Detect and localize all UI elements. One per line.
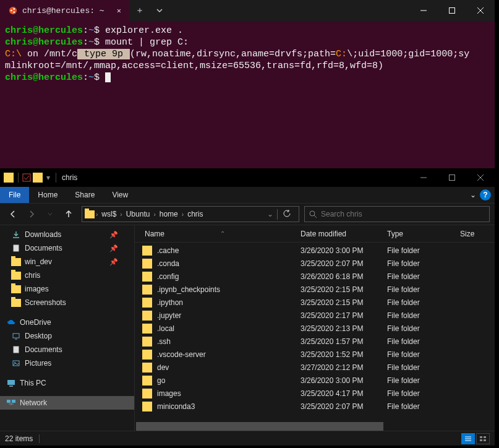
tree-item-thispc[interactable]: This PC (0, 376, 134, 390)
file-row[interactable]: .ssh3/25/2020 1:57 PMFile folder (135, 335, 495, 348)
back-button[interactable] (5, 206, 21, 222)
file-row[interactable]: .ipython3/25/2020 2:15 PMFile folder (135, 296, 495, 309)
file-row[interactable]: .jupyter3/25/2020 2:17 PMFile folder (135, 309, 495, 322)
prompt-user: chris@hercules (5, 37, 83, 48)
new-tab-button[interactable]: ＋ (130, 1, 150, 20)
help-icon[interactable]: ? (480, 189, 491, 200)
file-row[interactable]: go3/26/2020 3:00 PMFile folder (135, 374, 495, 387)
pictures-icon (11, 358, 21, 368)
tree-item-win-dev[interactable]: win_dev📌 (0, 255, 134, 269)
file-row[interactable]: .vscode-server3/25/2020 1:52 PMFile fold… (135, 348, 495, 361)
breadcrumb-item[interactable]: home (157, 210, 181, 218)
explorer-titlebar[interactable]: ▾ chris (0, 168, 495, 187)
breadcrumb-item[interactable]: Ubuntu (124, 210, 153, 218)
col-date[interactable]: Date modified (298, 230, 385, 238)
svg-point-13 (310, 211, 315, 216)
tab-dropdown-button[interactable] (150, 1, 169, 20)
file-name: .vscode-server (157, 350, 301, 359)
menu-file[interactable]: File (0, 187, 29, 203)
file-type: File folder (387, 298, 460, 307)
horizontal-scrollbar[interactable] (135, 422, 495, 431)
tree-item-desktop[interactable]: Desktop (0, 329, 134, 343)
close-button[interactable] (466, 168, 495, 187)
details-view-button[interactable] (461, 433, 475, 444)
minimize-button[interactable] (409, 168, 438, 187)
tree-item-screenshots[interactable]: Screenshots (0, 296, 134, 309)
folder-icon (142, 363, 152, 373)
svg-point-1 (11, 10, 12, 12)
minimize-button[interactable] (409, 1, 438, 20)
file-name: .cache (157, 246, 301, 255)
file-date: 3/25/2020 4:17 PM (301, 389, 387, 398)
file-date: 3/26/2020 3:00 PM (301, 376, 387, 385)
maximize-button[interactable] (438, 1, 466, 20)
file-row[interactable]: .local3/25/2020 2:13 PMFile folder (135, 322, 495, 335)
tree-item-images[interactable]: images (0, 282, 134, 296)
forward-button[interactable] (23, 206, 40, 222)
history-dropdown[interactable]: ⌄ (263, 210, 277, 218)
col-type[interactable]: Type (385, 230, 458, 238)
tree-item-onedrive[interactable]: OneDrive (0, 316, 134, 329)
explorer-body: Downloads📌 Documents📌 win_dev📌 chris ima… (0, 225, 495, 431)
close-button[interactable] (466, 1, 495, 20)
svg-rect-21 (7, 380, 15, 385)
menu-home[interactable]: Home (29, 187, 66, 203)
ubuntu-icon (9, 6, 17, 15)
menu-share[interactable]: Share (66, 187, 103, 203)
search-input[interactable] (321, 210, 485, 218)
file-name: dev (157, 363, 301, 372)
file-row[interactable]: .config3/26/2020 6:18 PMFile folder (135, 270, 495, 283)
tree-item-downloads[interactable]: Downloads📌 (0, 228, 134, 241)
terminal-tab[interactable]: chris@hercules: ~ ✕ (0, 0, 130, 21)
folder-icon (142, 376, 152, 386)
tree-item-documents2[interactable]: Documents (0, 343, 134, 356)
svg-rect-31 (484, 436, 486, 438)
nav-tree[interactable]: Downloads📌 Documents📌 win_dev📌 chris ima… (0, 225, 135, 431)
pin-icon: 📌 (109, 231, 118, 239)
maximize-button[interactable] (438, 168, 466, 187)
breadcrumb-item[interactable]: wsl$ (99, 210, 119, 218)
file-row[interactable]: .conda3/25/2020 2:07 PMFile folder (135, 257, 495, 270)
folder-icon (142, 389, 152, 398)
item-count: 22 items (5, 434, 33, 443)
tree-item-chris[interactable]: chris (0, 269, 134, 282)
address-bar[interactable]: › wsl$› Ubuntu› home› chris ⌄ (82, 206, 299, 222)
expand-ribbon-icon[interactable]: ⌄ (470, 191, 476, 199)
folder-icon (33, 173, 43, 183)
file-row[interactable]: images3/25/2020 4:17 PMFile folder (135, 387, 495, 400)
file-row[interactable]: miniconda33/25/2020 2:07 PMFile folder (135, 400, 495, 413)
tree-item-documents[interactable]: Documents📌 (0, 241, 134, 255)
file-row[interactable]: dev3/27/2020 2:12 PMFile folder (135, 361, 495, 374)
file-row[interactable]: .cache3/26/2020 3:00 PMFile folder (135, 244, 495, 257)
file-name: miniconda3 (157, 402, 301, 411)
close-icon[interactable]: ✕ (117, 6, 121, 15)
recent-dropdown[interactable] (42, 206, 58, 222)
file-type: File folder (387, 259, 460, 268)
documents-icon (11, 345, 21, 355)
file-rows[interactable]: .cache3/26/2020 3:00 PMFile folder.conda… (135, 243, 495, 422)
terminal-tab-title: chris@hercules: ~ (22, 6, 104, 15)
file-type: File folder (387, 324, 460, 333)
folder-icon (142, 298, 152, 308)
up-button[interactable] (61, 206, 77, 222)
desktop-icon (11, 331, 21, 341)
col-size[interactable]: Size (458, 230, 495, 238)
icons-view-button[interactable] (476, 433, 490, 444)
folder-icon (142, 324, 152, 334)
prompt-user: chris@hercules (5, 25, 83, 36)
breadcrumb-item[interactable]: chris (185, 210, 205, 218)
status-bar: 22 items (0, 431, 495, 446)
file-name: .local (157, 324, 301, 333)
tree-item-network[interactable]: Network (0, 396, 134, 410)
col-name[interactable]: Name⌃ (142, 230, 298, 238)
checkbox-icon[interactable] (22, 173, 32, 183)
svg-point-2 (13, 8, 15, 10)
search-box[interactable] (304, 206, 490, 222)
file-row[interactable]: .ipynb_checkpoints3/25/2020 2:15 PMFile … (135, 283, 495, 296)
refresh-button[interactable] (277, 209, 296, 220)
tree-item-pictures[interactable]: Pictures (0, 356, 134, 370)
menu-view[interactable]: View (103, 187, 137, 203)
nav-toolbar: › wsl$› Ubuntu› home› chris ⌄ (0, 203, 495, 225)
command-text: explorer.exe . (105, 25, 183, 36)
terminal-output[interactable]: chris@hercules:~$ explorer.exe . chris@h… (0, 21, 495, 87)
